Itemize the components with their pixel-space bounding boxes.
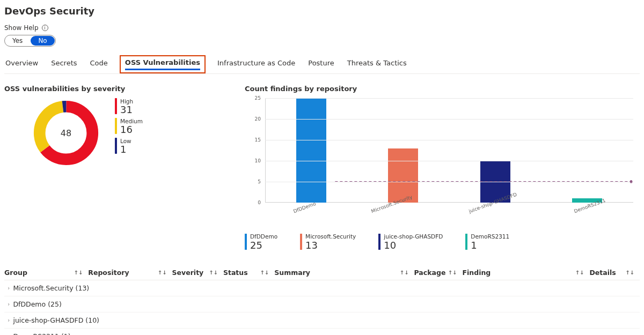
count-card-microsoft-security[interactable]: Microsoft.Security13	[300, 234, 356, 250]
gridline	[265, 161, 633, 161]
group-cell: DfDDemo (25)	[13, 300, 61, 308]
legend-item-low[interactable]: Low1	[115, 138, 143, 155]
legend-value: 1	[120, 144, 131, 155]
legend-item-medium[interactable]: Medium16	[115, 118, 143, 136]
sort-icon[interactable]: ↑↓	[575, 270, 584, 276]
group-cell: DemoRS2311 (1)	[13, 332, 70, 335]
col-summary[interactable]: Summary	[274, 269, 398, 277]
tab-infrastructure-as-code[interactable]: Infrastructure as Code	[216, 56, 296, 73]
chevron-right-icon: ›	[8, 301, 10, 308]
table-row[interactable]: ›juice-shop-GHASDFD (10)	[4, 312, 640, 329]
sort-icon[interactable]: ↑↓	[625, 270, 634, 276]
tab-code[interactable]: Code	[89, 56, 109, 73]
count-card-juice-shop-ghasdfd[interactable]: juice-shop-GHASDFD10	[378, 234, 443, 250]
count-card-dfddemo[interactable]: DfDDemo25	[245, 234, 277, 250]
page-title: DevOps Security	[4, 5, 640, 17]
legend-label: Medium	[120, 118, 143, 124]
legend-swatch	[115, 118, 117, 134]
y-tick: 20	[245, 116, 261, 122]
y-tick: 15	[245, 137, 261, 143]
count-card-label: Microsoft.Security	[305, 234, 356, 240]
help-toggle[interactable]: Yes No	[4, 35, 56, 47]
gridline	[265, 140, 633, 140]
legend-label: Low	[120, 138, 131, 144]
legend-value: 16	[120, 124, 143, 136]
col-label: Details	[589, 269, 616, 277]
table-row[interactable]: ›DemoRS2311 (1)	[4, 329, 640, 335]
legend-value: 31	[120, 105, 133, 116]
col-label: Group	[4, 269, 27, 277]
chevron-right-icon: ›	[8, 333, 10, 335]
show-help-label: Show Help	[4, 24, 39, 32]
count-card-bar	[465, 234, 467, 250]
col-label: Finding	[462, 269, 491, 277]
y-tick: 5	[245, 179, 261, 184]
count-card-value: 13	[305, 240, 356, 251]
legend-swatch	[115, 98, 117, 114]
col-label: Summary	[274, 269, 310, 277]
count-card-bar	[245, 234, 247, 250]
y-tick: 0	[245, 200, 261, 205]
chevron-right-icon: ›	[8, 285, 10, 292]
sort-icon[interactable]: ↑↓	[260, 270, 269, 276]
toggle-yes[interactable]: Yes	[5, 36, 30, 46]
count-card-demors2311[interactable]: DemoRS23111	[465, 234, 509, 250]
col-status[interactable]: Status	[223, 269, 258, 277]
group-cell: juice-shop-GHASDFD (10)	[13, 316, 99, 324]
table-row[interactable]: ›Microsoft.Security (13)	[4, 280, 640, 296]
count-card-value: 25	[250, 240, 277, 251]
bar-microsoft-security[interactable]	[388, 148, 418, 203]
severity-donut-chart[interactable]: 48	[31, 98, 101, 168]
count-card-bar	[378, 234, 380, 250]
severity-panel-title: OSS vulnerabilities by severity	[4, 85, 230, 93]
sort-icon[interactable]: ↑↓	[209, 270, 218, 276]
tab-threats-tactics[interactable]: Threats & Tactics	[346, 56, 408, 73]
legend-item-high[interactable]: High31	[115, 98, 143, 116]
y-tick: 25	[245, 95, 261, 101]
col-label: Repository	[88, 269, 129, 277]
tab-overview[interactable]: Overview	[4, 56, 39, 73]
repo-panel-title: Count findings by repository	[245, 85, 640, 93]
count-card-label: DemoRS2311	[471, 234, 509, 240]
repo-bar-chart[interactable]: DfDDemoMicrosoft.Securityjuice-shop-GHAS…	[245, 98, 640, 208]
col-severity[interactable]: Severity	[172, 269, 207, 277]
donut-total: 48	[61, 128, 71, 138]
gridline	[265, 98, 633, 99]
info-icon: i	[42, 25, 48, 31]
gridline	[265, 182, 633, 182]
gridline	[265, 119, 633, 120]
col-repository[interactable]: Repository	[88, 269, 156, 277]
count-card-bar	[300, 234, 302, 250]
count-card-value: 1	[471, 240, 509, 251]
count-card-value: 10	[384, 240, 443, 251]
col-label: Status	[223, 269, 248, 277]
y-tick: 10	[245, 158, 261, 163]
count-card-label: DfDDemo	[250, 234, 277, 240]
table-row[interactable]: ›DfDDemo (25)	[4, 296, 640, 312]
col-group[interactable]: Group	[4, 269, 72, 277]
col-finding[interactable]: Finding	[462, 269, 573, 277]
col-label: Severity	[172, 269, 204, 277]
col-details[interactable]: Details	[589, 269, 623, 277]
tab-posture[interactable]: Posture	[307, 56, 335, 73]
bar-dfddemo[interactable]	[296, 98, 326, 203]
tab-secrets[interactable]: Secrets	[50, 56, 78, 73]
tab-bar: OverviewSecretsCodeOSS VulnerabilitiesIn…	[4, 55, 640, 74]
count-card-label: juice-shop-GHASDFD	[384, 234, 443, 240]
col-label: Package	[414, 269, 446, 277]
sort-icon[interactable]: ↑↓	[158, 270, 167, 276]
col-package[interactable]: Package	[414, 269, 446, 277]
chevron-right-icon: ›	[8, 317, 10, 324]
tab-oss-vulnerabilities[interactable]: OSS Vulnerabilities	[120, 55, 206, 73]
sort-icon[interactable]: ↑↓	[448, 270, 457, 276]
group-cell: Microsoft.Security (13)	[13, 284, 89, 292]
legend-swatch	[115, 138, 117, 154]
table-header: Group↑↓Repository↑↓Severity↑↓Status↑↓Sum…	[4, 265, 640, 280]
sort-icon[interactable]: ↑↓	[74, 270, 83, 276]
sort-icon[interactable]: ↑↓	[400, 270, 409, 276]
toggle-no[interactable]: No	[31, 36, 54, 46]
severity-legend: High31Medium16Low1	[115, 98, 143, 155]
x-label: DfDDemo	[292, 201, 317, 214]
